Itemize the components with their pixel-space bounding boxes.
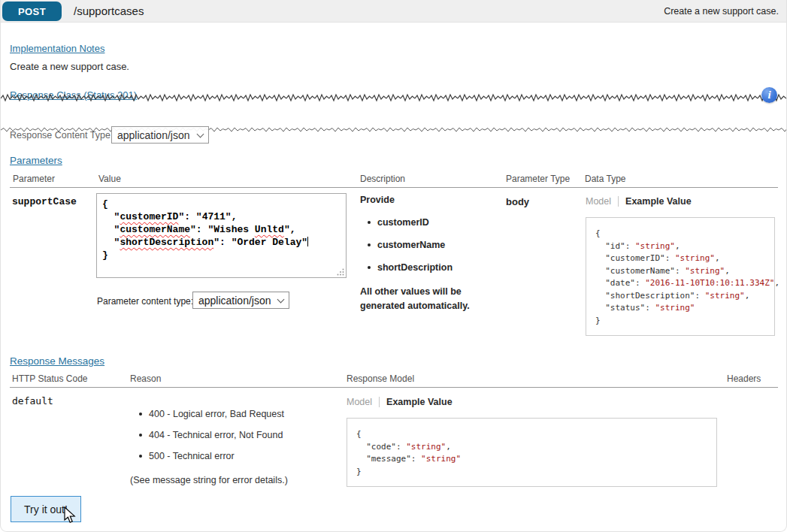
code-line: "code": "string", (356, 441, 707, 454)
required-field-item: shortDescription (377, 262, 453, 273)
api-operation-panel: POST /supportcases Create a new support … (0, 0, 787, 532)
chevron-down-icon (277, 295, 285, 303)
parameter-type-value: body (506, 196, 529, 207)
datatype-example-box: { "id": "string", "customerID": "string"… (586, 217, 775, 336)
parameter-name: supportCase (12, 196, 77, 207)
bullet-icon (139, 455, 142, 458)
code-line: { (356, 428, 707, 441)
code-line: { (595, 228, 765, 240)
code-line: } (595, 315, 765, 328)
code-line: "status": "string" (595, 302, 765, 315)
datatype-tabs: Model Example Value (586, 196, 692, 207)
code-line: "message": "string" (356, 453, 707, 466)
resize-grip-icon[interactable] (337, 268, 344, 276)
col-response-model: Response Model (347, 373, 414, 384)
tab-model[interactable]: Model (347, 397, 372, 407)
parameters-heading: Parameters (10, 155, 62, 166)
tab-example-value[interactable]: Example Value (625, 196, 692, 207)
col-headers: Headers (727, 373, 761, 384)
col-value: Value (98, 174, 121, 184)
bullet-icon (368, 243, 371, 246)
response-content-type-label: Response Content Type (10, 130, 110, 141)
editor-line: { (102, 198, 341, 210)
info-icon[interactable]: i (761, 87, 777, 103)
col-http-status-code: HTTP Status Code (12, 373, 88, 384)
col-data-type: Data Type (585, 174, 625, 184)
required-field-item: customerName (377, 240, 445, 250)
tab-divider (618, 196, 619, 207)
response-content-type-select[interactable]: application/json (111, 126, 209, 144)
description-intro: Provide (360, 195, 503, 205)
implementation-notes-heading: Implementation Notes (10, 43, 104, 54)
tab-example-value[interactable]: Example Value (386, 397, 453, 407)
response-model-tabs: Model Example Value (347, 397, 453, 407)
parameter-description: Provide customerID customerName shortDes… (360, 195, 503, 314)
response-model-example-box: { "code": "string", "message": "string" … (347, 418, 717, 487)
parameter-content-type-select[interactable]: application/json (192, 292, 289, 309)
parameter-content-type-label: Parameter content type: (97, 296, 193, 307)
endpoint-description: Create a new support case. (10, 61, 129, 72)
code-line: "date": "2016-11-10T10:10:11.334Z", (595, 277, 765, 290)
editor-line: "shortDescription": "Order Delay" (102, 236, 341, 249)
code-line: "customerID": "string", (595, 252, 765, 265)
reason-item: 404 - Technical error, Not Found (149, 430, 283, 440)
col-parameter: Parameter (13, 174, 55, 184)
col-description: Description (360, 174, 405, 184)
bullet-icon (139, 434, 142, 437)
editor-line: "customerID": "4711", (102, 210, 341, 223)
bullet-icon (368, 221, 371, 224)
tab-model[interactable]: Model (586, 196, 611, 207)
try-it-out-button[interactable]: Try it out! (11, 496, 81, 522)
editor-line: } (102, 249, 341, 261)
method-badge[interactable]: POST (2, 2, 62, 21)
reason-note: (See message string for error details.) (130, 475, 348, 485)
tab-divider (379, 397, 380, 407)
code-line: "customerName": "string", (595, 265, 765, 278)
endpoint-summary: Create a new support case. (664, 6, 779, 17)
table-divider (10, 387, 778, 388)
editor-line: "customerName": "Wishes Unltd", (102, 223, 341, 236)
body-parameter-editor[interactable]: { "customerID": "4711", "customerName": … (96, 193, 347, 278)
operation-header[interactable]: POST /supportcases Create a new support … (1, 0, 786, 23)
col-parameter-type: Parameter Type (506, 174, 570, 184)
reason-item: 400 - Logical error, Bad Request (149, 409, 284, 419)
chevron-down-icon (197, 130, 204, 138)
response-reason: 400 - Logical error, Bad Request 404 - T… (130, 398, 348, 485)
reason-item: 500 - Technical error (149, 451, 235, 461)
response-status-code: default (12, 395, 53, 407)
torn-edge (1, 93, 786, 104)
code-line: "id": "string", (595, 240, 765, 253)
response-messages-heading: Response Messages (10, 355, 104, 367)
code-line: "shortDescription": "string", (595, 290, 765, 303)
endpoint-path[interactable]: /supportcases (74, 5, 144, 17)
required-field-item: customerID (377, 217, 429, 228)
description-note: All other values will be generated autom… (360, 285, 489, 314)
code-line: } (356, 466, 707, 479)
bullet-icon (139, 413, 142, 416)
response-content-type-value: application/json (117, 129, 190, 141)
col-reason: Reason (130, 373, 161, 384)
table-divider (10, 187, 778, 188)
bullet-icon (368, 266, 371, 269)
text-caret (307, 237, 308, 246)
parameter-content-type-value: application/json (198, 295, 271, 307)
